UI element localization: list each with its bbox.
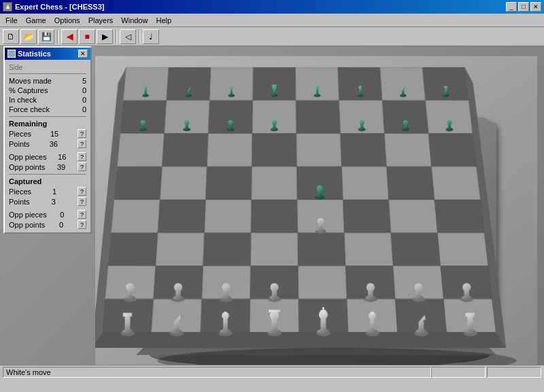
statistics-panel: Statistics ✕ Side Moves made 5 % Capture… [3,46,92,234]
opp-points-row: Opp points 39 ? [9,162,86,172]
status-bar: White's move [0,365,544,378]
captured-points-row: Points 3 ? [9,196,86,207]
maximize-button[interactable]: □ [518,2,529,12]
force-check-label: Force check [9,105,50,113]
forward-button[interactable]: ▶ [97,29,113,44]
force-check-value: 0 [82,105,86,113]
menu-bar: File Game Options Players Window Help [0,14,544,27]
in-check-row: In check 0 [9,95,86,105]
status-text: White's move [3,367,431,378]
back-button[interactable]: ◀ [61,29,78,44]
menu-item-file[interactable]: File [1,15,22,26]
left-arrow-button[interactable]: ◁ [120,29,136,44]
captured-pieces-row: Pieces 1 ? [9,186,86,196]
remaining-points-row: Points 36 ? [9,139,86,149]
remaining-points-help[interactable]: ? [78,139,86,148]
captured-opp-pieces-value: 0 [60,211,64,219]
opp-pieces-row: Opp pieces 16 ? [9,152,86,162]
status-segment-2 [487,367,541,378]
remaining-points-value: 36 [50,140,58,148]
stats-content: Side Moves made 5 % Captures 0 In check … [5,60,90,232]
remaining-pieces-row: Pieces 15 ? [9,128,86,139]
captured-opp-points-row: Opp points 0 ? [9,219,86,230]
captured-pieces-value: 1 [52,188,56,196]
captured-opp-points-value: 0 [59,221,63,229]
remaining-pieces-label: Pieces [9,130,31,138]
captured-points-value: 3 [52,198,56,206]
open-button[interactable]: 📂 [20,29,37,44]
opp-pieces-help[interactable]: ? [78,152,86,161]
stats-panel-icon [7,50,16,58]
main-area: Statistics ✕ Side Moves made 5 % Capture… [0,46,544,378]
remaining-points-label: Points [9,140,30,148]
new-button[interactable]: 🗋 [3,29,19,44]
captured-points-label: Points [9,198,30,206]
opp-points-label: Opp points [9,163,45,171]
divider-2 [9,116,86,117]
divider-3 [9,174,86,175]
toolbar-sep-3 [139,30,140,43]
pct-captures-row: % Captures 0 [9,86,86,95]
captured-header: Captured [9,177,86,185]
title-bar-left: ♟ Expert Chess - [CHESS3] [3,2,104,12]
divider-1 [9,73,86,74]
menu-item-game[interactable]: Game [22,15,50,26]
captured-opp-pieces-help[interactable]: ? [78,210,86,219]
title-bar-buttons: _ □ ✕ [506,2,541,12]
moves-made-label: Moves made [9,77,52,85]
toolbar: 🗋 📂 💾 ◀ ■ ▶ ◁ ♩ [0,27,544,46]
pct-captures-label: % Captures [9,86,48,94]
stats-title-left: Statistics [7,50,51,58]
stats-panel-title: Statistics [18,50,51,58]
opp-pieces-label: Opp pieces [9,153,47,161]
save-button[interactable]: 💾 [38,29,54,44]
opp-pieces-value: 16 [58,153,66,161]
stats-close-button[interactable]: ✕ [78,50,88,58]
chess-board-canvas[interactable] [95,53,537,375]
remaining-header: Remaining [9,120,86,128]
side-label: Side [9,64,86,71]
window-title: Expert Chess - [CHESS3] [15,3,104,11]
close-button[interactable]: ✕ [530,2,541,12]
menu-item-window[interactable]: Window [117,15,152,26]
opp-points-value: 39 [57,163,65,171]
captured-opp-pieces-label: Opp pieces [9,211,47,219]
captured-opp-points-help[interactable]: ? [78,220,86,229]
minimize-button[interactable]: _ [506,2,517,12]
opp-points-help[interactable]: ? [78,162,86,171]
in-check-label: In check [9,96,37,104]
status-segment-1 [431,367,486,378]
moves-made-value: 5 [82,77,86,85]
status-right [431,367,541,378]
force-check-row: Force check 0 [9,105,86,114]
title-bar: ♟ Expert Chess - [CHESS3] _ □ ✕ [0,0,544,14]
stop-button[interactable]: ■ [79,29,95,44]
captured-opp-points-label: Opp points [9,221,45,229]
captured-pieces-label: Pieces [9,188,31,196]
toolbar-sep-2 [116,30,117,43]
remaining-pieces-help[interactable]: ? [78,129,86,138]
moves-made-row: Moves made 5 [9,76,86,86]
in-check-value: 0 [82,96,86,104]
captured-opp-pieces-row: Opp pieces 0 ? [9,209,86,219]
menu-item-help[interactable]: Help [152,15,175,26]
stats-title-bar: Statistics ✕ [5,48,90,60]
captured-points-help[interactable]: ? [78,197,86,206]
toolbar-sep-1 [57,30,58,43]
menu-item-players[interactable]: Players [84,15,118,26]
remaining-pieces-value: 15 [50,130,58,138]
music-button[interactable]: ♩ [143,29,159,44]
captured-pieces-help[interactable]: ? [78,187,86,196]
menu-item-options[interactable]: Options [50,15,84,26]
app-icon: ♟ [3,2,12,12]
pct-captures-value: 0 [82,86,86,94]
